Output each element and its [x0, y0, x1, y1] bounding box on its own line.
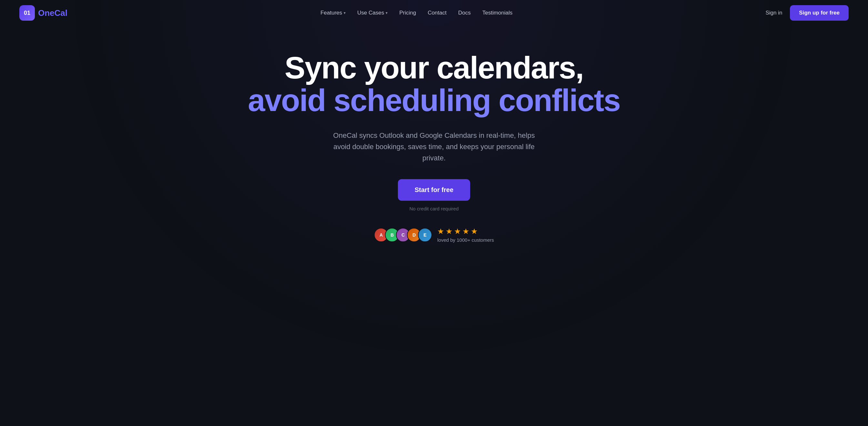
nav-contact[interactable]: Contact: [428, 10, 446, 16]
loved-by-text: loved by 1000+ customers: [437, 237, 494, 243]
star-icon: ★: [462, 227, 469, 236]
hero-title-line2: avoid scheduling conflicts: [248, 84, 620, 117]
nav-links: Features ▾ Use Cases ▾ Pricing Contact: [320, 10, 513, 16]
social-text: ★ ★ ★ ★ ★ loved by 1000+ customers: [437, 227, 494, 243]
nav-right: Sign in Sign up for free: [765, 5, 849, 21]
start-free-button[interactable]: Start for free: [398, 179, 470, 201]
navbar: 01 OneCal Features ▾ Use Cases ▾: [0, 0, 868, 26]
no-credit-card-text: No credit card required: [409, 206, 459, 211]
signup-button[interactable]: Sign up for free: [790, 5, 849, 21]
logo-name-part1: One: [38, 8, 55, 18]
nav-docs[interactable]: Docs: [458, 10, 471, 16]
logo-icon: 01: [19, 5, 35, 21]
sign-in-link[interactable]: Sign in: [765, 10, 782, 16]
avatar-group: A B C D E: [374, 228, 432, 242]
avatar: E: [418, 228, 432, 242]
star-icon: ★: [437, 227, 444, 236]
hero-title-line1: Sync your calendars,: [285, 52, 583, 84]
logo-icon-text: 01: [24, 10, 30, 17]
chevron-down-icon: ▾: [344, 11, 346, 15]
star-icon: ★: [454, 227, 461, 236]
hero-subtitle: OneCal syncs Outlook and Google Calendar…: [324, 130, 544, 164]
star-icon: ★: [445, 227, 453, 236]
chevron-down-icon: ▾: [385, 11, 388, 15]
nav-use-cases[interactable]: Use Cases ▾: [357, 10, 388, 16]
hero-section: Sync your calendars, avoid scheduling co…: [0, 26, 868, 262]
logo-wordmark: OneCal: [38, 8, 67, 18]
social-proof: A B C D E ★ ★ ★ ★ ★ loved by 1000+ custo…: [374, 227, 494, 243]
nav-testimonials[interactable]: Testimonials: [483, 10, 513, 16]
logo-link[interactable]: 01 OneCal: [19, 5, 67, 21]
star-rating: ★ ★ ★ ★ ★: [437, 227, 478, 236]
nav-features[interactable]: Features ▾: [320, 10, 346, 16]
star-icon: ★: [471, 227, 478, 236]
logo-name-part2: Cal: [55, 8, 67, 18]
nav-pricing[interactable]: Pricing: [399, 10, 416, 16]
